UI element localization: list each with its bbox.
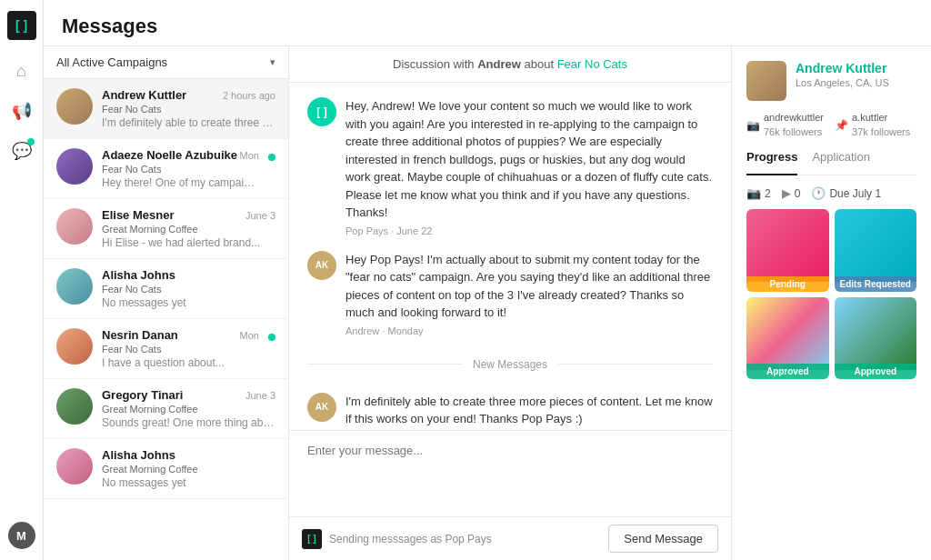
nav-home[interactable]: ⌂ — [5, 55, 38, 87]
conversation-item[interactable]: Alisha Johns Great Morning Coffee No mes… — [44, 439, 288, 499]
instagram-item: 📷 andrewkuttler 76k followers — [746, 112, 824, 139]
conv-body: Andrew Kuttler 2 hours ago Fear No Cats … — [102, 88, 275, 129]
conv-header: Elise Mesner June 3 — [102, 208, 275, 222]
poppays-icon: [ ] — [302, 529, 322, 549]
new-messages-divider: New Messages — [307, 358, 713, 371]
tab-application[interactable]: Application — [812, 150, 870, 167]
conversations-sidebar: All Active Campaigns ▾ Andrew Kuttler 2 … — [44, 46, 289, 560]
conv-body: Elise Mesner June 3 Great Morning Coffee… — [102, 208, 275, 249]
chat-input-area: [ ] Sending messsages as Pop Pays Send M… — [289, 430, 731, 560]
conv-campaign: Fear No Cats — [102, 284, 275, 295]
conv-name: Nesrin Danan — [102, 328, 178, 342]
new-messages-label: New Messages — [473, 358, 547, 371]
conv-header: Alisha Johns — [102, 448, 275, 462]
app-logo: [ ] — [7, 11, 36, 40]
instagram-followers: 76k followers — [764, 126, 822, 137]
conv-time: Mon — [240, 330, 259, 341]
conv-name: Andrew Kuttler — [102, 88, 186, 102]
conv-campaign: Fear No Cats — [102, 344, 259, 355]
tab-progress[interactable]: Progress — [746, 150, 797, 175]
pinterest-followers: 37k followers — [852, 126, 910, 137]
conv-time: Mon — [240, 150, 259, 161]
conv-header: Gregory Tinari June 3 — [102, 388, 275, 402]
chat-header: Discussion with Andrew about Fear No Cat… — [289, 46, 731, 83]
chat-area: Discussion with Andrew about Fear No Cat… — [289, 46, 731, 560]
message-content: I'm definitely able to create three more… — [345, 393, 713, 431]
conv-body: Nesrin Danan Mon Fear No Cats I have a q… — [102, 328, 259, 369]
chat-messages: [ ] Hey, Andrew! We love your content so… — [289, 83, 731, 430]
camera-icon: 📷 — [746, 186, 761, 200]
content-grid: Pending Edits Requested Approved Approve… — [746, 209, 916, 379]
messages-badge — [27, 138, 35, 145]
filter-bar[interactable]: All Active Campaigns ▾ — [44, 46, 288, 79]
message-text: Hey Pop Pays! I'm actually about to subm… — [345, 251, 713, 322]
content-thumbnail[interactable]: Approved — [835, 297, 917, 380]
conv-header: Nesrin Danan Mon — [102, 328, 259, 342]
sending-info: [ ] Sending messsages as Pop Pays — [302, 529, 492, 549]
content-status-badge: Approved — [835, 364, 917, 379]
profile-avatar — [746, 61, 786, 101]
camera-count: 2 — [765, 187, 771, 200]
user-msg-avatar: AK — [307, 251, 336, 280]
message-content: Hey Pop Pays! I'm actually about to subm… — [345, 251, 713, 336]
message-item: [ ] Hey, Andrew! We love your content so… — [307, 97, 713, 236]
message-meta: Pop Pays · June 22 — [345, 225, 713, 236]
conversation-item[interactable]: Adaeze Noelle Azubuike Mon Fear No Cats … — [44, 139, 288, 199]
conv-avatar — [56, 268, 93, 305]
conv-name: Alisha Johns — [102, 268, 175, 282]
conv-body: Alisha Johns Fear No Cats No messages ye… — [102, 268, 275, 309]
conv-body: Alisha Johns Great Morning Coffee No mes… — [102, 448, 275, 489]
user-avatar[interactable]: M — [8, 522, 35, 549]
conv-avatar — [56, 148, 93, 185]
content-thumbnail[interactable]: Approved — [746, 297, 829, 380]
send-message-button[interactable]: Send Message — [608, 525, 718, 553]
conv-avatar — [56, 208, 93, 245]
conv-avatar — [56, 88, 93, 125]
pinterest-item: 📌 a.kuttler 37k followers — [835, 112, 910, 139]
conv-name: Adaeze Noelle Azubuike — [102, 148, 237, 162]
instagram-handle[interactable]: andrewkuttler — [764, 112, 824, 123]
content-thumbnail[interactable]: Pending — [746, 209, 829, 292]
conversation-item[interactable]: Elise Mesner June 3 Great Morning Coffee… — [44, 199, 288, 259]
conversation-item[interactable]: Nesrin Danan Mon Fear No Cats I have a q… — [44, 319, 288, 379]
due-date: Due July 1 — [829, 187, 881, 200]
video-icon: ▶ — [782, 186, 791, 200]
conv-header: Adaeze Noelle Azubuike Mon — [102, 148, 259, 162]
poppays-avatar: [ ] — [307, 97, 336, 126]
filter-label: All Active Campaigns — [56, 55, 167, 69]
divider-line-right — [558, 364, 713, 365]
profile-info: Andrew Kuttler Los Angeles, CA, US — [796, 61, 916, 88]
progress-stats: 📷 2 ▶ 0 🕐 Due July 1 — [746, 186, 916, 200]
content-thumbnail[interactable]: Edits Requested — [835, 209, 917, 292]
conv-campaign: Great Morning Coffee — [102, 464, 275, 475]
right-panel: Andrew Kuttler Los Angeles, CA, US 📷 and… — [731, 46, 931, 560]
conv-time: June 3 — [245, 390, 275, 401]
conversation-item[interactable]: Gregory Tinari June 3 Great Morning Coff… — [44, 379, 288, 439]
conv-time: June 3 — [245, 210, 275, 221]
conversation-item[interactable]: Alisha Johns Fear No Cats No messages ye… — [44, 259, 288, 319]
pinterest-handle[interactable]: a.kuttler — [852, 112, 910, 123]
instagram-icon: 📷 — [746, 119, 760, 132]
conv-campaign: Fear No Cats — [102, 164, 259, 175]
message-input[interactable] — [289, 431, 731, 513]
conv-preview: I'm definitely able to create three more… — [102, 116, 275, 129]
conv-campaign: Great Morning Coffee — [102, 224, 275, 235]
nav-campaigns[interactable]: 📢 — [5, 95, 38, 127]
content-status-badge: Pending — [746, 276, 829, 292]
profile-name: Andrew Kuttler — [796, 61, 916, 75]
unread-indicator — [268, 334, 275, 341]
message-text: Hey, Andrew! We love your content so muc… — [345, 97, 713, 222]
conv-campaign: Great Morning Coffee — [102, 404, 275, 415]
chat-footer: [ ] Sending messsages as Pop Pays Send M… — [289, 516, 731, 560]
profile-location: Los Angeles, CA, US — [796, 77, 916, 88]
conv-name: Gregory Tinari — [102, 388, 183, 402]
nav-messages[interactable]: 💬 — [5, 135, 38, 167]
conv-campaign: Fear No Cats — [102, 104, 275, 115]
user-msg-avatar-2: AK — [307, 393, 336, 422]
conversation-item[interactable]: Andrew Kuttler 2 hours ago Fear No Cats … — [44, 79, 288, 139]
chat-campaign-link[interactable]: Fear No Cats — [557, 57, 627, 71]
conv-preview: I have a question about... — [102, 356, 259, 369]
conv-preview: Sounds great! One more thing about... — [102, 416, 275, 429]
pinterest-icon: 📌 — [835, 119, 848, 132]
calendar-icon: 🕐 — [811, 186, 826, 200]
